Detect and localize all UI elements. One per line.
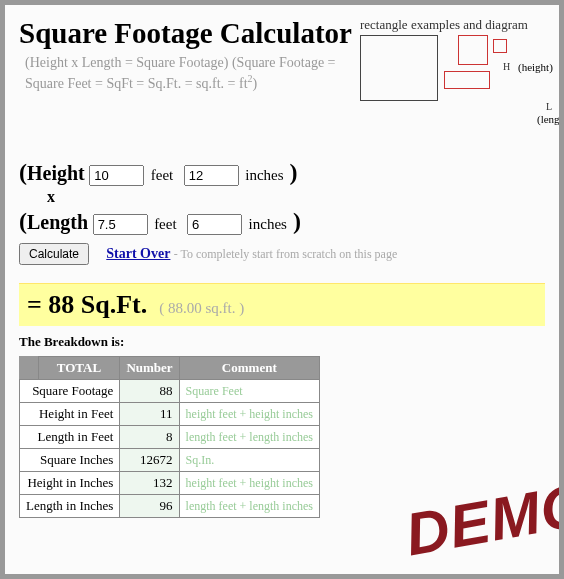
subtitle: (Height x Length = Square Footage) (Squa… xyxy=(25,54,360,93)
page-title: Square Footage Calculator xyxy=(19,17,360,50)
diagram-height-label: (height) xyxy=(518,61,553,73)
start-over-hint: - To completely start from scratch on th… xyxy=(174,247,398,261)
inches-unit: inches xyxy=(245,167,283,183)
height-feet-input[interactable] xyxy=(89,165,144,186)
feet-unit: feet xyxy=(151,167,173,183)
paren-close: ) xyxy=(293,208,301,234)
table-row: Height in Feet11height feet + height inc… xyxy=(20,403,320,426)
th-comment: Comment xyxy=(179,357,319,380)
diagram-length-label: (length) xyxy=(537,113,559,125)
table-row: Square Footage88Square Feet xyxy=(20,380,320,403)
height-inches-input[interactable] xyxy=(184,165,239,186)
sample-rect-icon xyxy=(444,71,490,89)
result-main: = 88 Sq.Ft. xyxy=(27,290,147,319)
inches-unit: inches xyxy=(249,216,287,232)
th-total: TOTAL xyxy=(38,357,120,380)
breakdown-label: The Breakdown is: xyxy=(19,334,545,350)
paren-open: ( xyxy=(19,208,27,234)
calculate-button[interactable]: Calculate xyxy=(19,243,89,265)
table-row: Square Inches12672Sq.In. xyxy=(20,449,320,472)
breakdown-table: TOTAL Number Comment Square Footage88Squ… xyxy=(19,356,320,518)
diagram-caption: rectangle examples and diagram xyxy=(360,17,545,33)
paren-close: ) xyxy=(290,159,298,185)
result-bar: = 88 Sq.Ft. ( 88.00 sq.ft. ) xyxy=(19,283,545,326)
height-label: Height xyxy=(27,162,85,184)
table-row: Length in Feet8length feet + length inch… xyxy=(20,426,320,449)
table-row: Height in Inches132height feet + height … xyxy=(20,472,320,495)
table-row: Length in Inches96length feet + length i… xyxy=(20,495,320,518)
start-over-link[interactable]: Start Over xyxy=(106,246,170,261)
length-feet-input[interactable] xyxy=(93,214,148,235)
length-label: Length xyxy=(27,211,88,233)
paren-open: ( xyxy=(19,159,27,185)
demo-watermark: DEMO xyxy=(400,470,559,570)
diagram-rect xyxy=(360,35,438,101)
length-inches-input[interactable] xyxy=(187,214,242,235)
diagram-l-tick: L xyxy=(546,101,552,112)
sample-rect-icon xyxy=(493,39,507,53)
th-number: Number xyxy=(120,357,179,380)
diagram-area: rectangle examples and diagram H L (heig… xyxy=(360,17,545,145)
result-fine: ( 88.00 sq.ft. ) xyxy=(159,300,244,316)
diagram-h-tick: H xyxy=(503,61,510,72)
multiply-x: x xyxy=(47,188,545,206)
feet-unit: feet xyxy=(154,216,176,232)
th-blank xyxy=(20,357,39,380)
sample-rect-icon xyxy=(458,35,488,65)
